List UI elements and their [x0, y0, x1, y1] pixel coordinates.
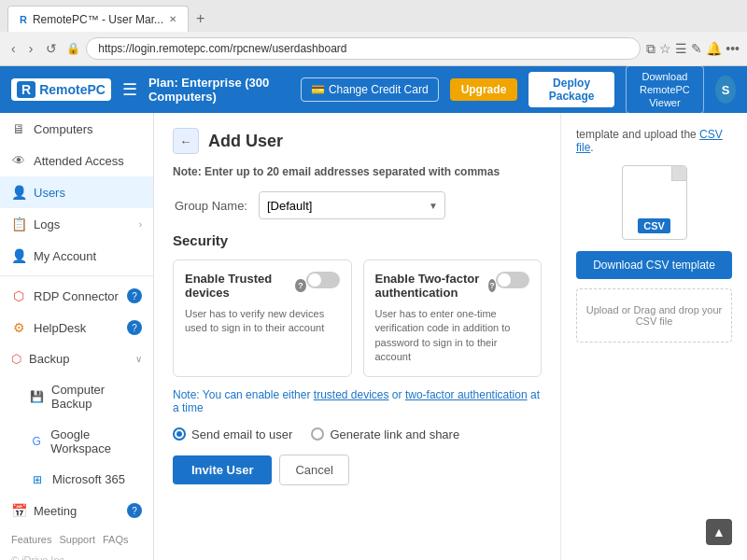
two-factor-toggle[interactable]	[496, 272, 529, 288]
sidebar-item-computer-backup[interactable]: 💾 Computer Backup	[0, 374, 153, 419]
two-factor-header: Enable Two-factor authentication ?	[375, 272, 530, 300]
sidebar-label-users: Users	[34, 186, 65, 200]
more-icon: •••	[726, 41, 740, 57]
radio-generate-link[interactable]: Generate link and share	[311, 427, 459, 441]
logo-letter: R	[17, 81, 35, 98]
deploy-package-btn[interactable]: Deploy Package	[529, 72, 614, 107]
sidebar-label-attended-access: Attended Access	[34, 154, 124, 168]
backup-icon: ⬡	[11, 352, 21, 366]
meeting-help-icon[interactable]: ?	[127, 503, 142, 518]
download-viewer-btn[interactable]: Download RemotePC Viewer	[626, 65, 704, 115]
sidebar-label-rdp: RDP Connector	[34, 289, 119, 303]
footer-features[interactable]: Features	[11, 534, 51, 545]
helpdesk-icon: ⚙	[11, 320, 26, 335]
trusted-devices-link[interactable]: trusted devices	[314, 388, 389, 401]
upgrade-btn[interactable]: Upgrade	[450, 78, 518, 101]
plan-label: Plan: Enterprise (300 Computers)	[148, 76, 289, 104]
change-credit-card-btn[interactable]: 💳 Change Credit Card	[301, 77, 439, 102]
security-note: Note: You can enable either trusted devi…	[173, 388, 542, 414]
sidebar-label-google-workspace: Google Workspace	[50, 427, 142, 455]
note-text: Note: Enter up to 20 email addresses sep…	[173, 165, 542, 178]
logs-arrow: ›	[139, 219, 142, 230]
sidebar-item-computers[interactable]: 🖥 Computers	[0, 113, 153, 145]
two-factor-desc: User has to enter one-time verification …	[375, 307, 530, 365]
footer-faqs[interactable]: FAQs	[103, 534, 129, 545]
active-tab[interactable]: R RemotePC™ - User Mar... ✕	[7, 6, 189, 32]
invite-user-btn[interactable]: Invite User	[173, 455, 272, 484]
sidebar-item-my-account[interactable]: 👤 My Account	[0, 240, 153, 272]
radio-send-email-dot	[173, 427, 186, 441]
sidebar-item-helpdesk[interactable]: ⚙ HelpDesk ?	[0, 312, 153, 343]
csv-icon: CSV	[622, 165, 687, 240]
sidebar: 🖥 Computers 👁 Attended Access 👤 Users 📋 …	[0, 113, 154, 560]
credit-card-icon: 💳	[311, 83, 325, 96]
upload-area[interactable]: Upload or Drag and drop your CSV file	[576, 288, 732, 343]
group-select-wrapper: [Default] ▼	[259, 191, 445, 219]
app-body: 🖥 Computers 👁 Attended Access 👤 Users 📋 …	[0, 113, 747, 560]
lock-icon: 🔒	[66, 42, 80, 55]
group-name-row: Group Name: [Default] ▼	[173, 191, 542, 219]
csv-label: CSV	[638, 218, 670, 233]
sidebar-item-logs[interactable]: 📋 Logs ›	[0, 208, 153, 240]
users-icon: 👤	[11, 185, 26, 200]
page-title: Add User	[208, 132, 283, 151]
trusted-devices-toggle-knob	[308, 273, 321, 287]
sidebar-item-microsoft-365[interactable]: ⊞ Microsoft 365	[0, 464, 153, 495]
radio-group: Send email to user Generate link and sha…	[173, 427, 542, 441]
computer-backup-icon: 💾	[30, 390, 44, 403]
two-factor-info-icon[interactable]: ?	[488, 279, 496, 292]
trusted-devices-card: Enable Trusted devices ? User has to ver…	[173, 259, 352, 377]
sidebar-label-helpdesk: HelpDesk	[34, 321, 86, 335]
google-workspace-icon: G	[30, 435, 43, 448]
address-bar: ‹ › ↺ 🔒 ⧉ ☆ ☰ ✎ 🔔 •••	[0, 32, 747, 65]
two-factor-title: Enable Two-factor authentication ?	[375, 272, 497, 300]
computer-icon: 🖥	[11, 121, 26, 136]
new-tab-btn[interactable]: +	[189, 7, 212, 30]
two-factor-link[interactable]: two-factor authentication	[405, 388, 528, 401]
menu-icon: ☰	[675, 41, 687, 57]
cancel-btn[interactable]: Cancel	[279, 455, 348, 485]
back-button[interactable]: ←	[173, 128, 199, 154]
sidebar-item-backup[interactable]: ⬡ Backup ∨	[0, 343, 153, 374]
download-line2: RemotePC Viewer	[634, 83, 696, 110]
sidebar-label-microsoft-365: Microsoft 365	[52, 472, 125, 486]
security-note-prefix: Note: You can enable either	[173, 388, 310, 401]
radio-send-email-label: Send email to user	[191, 427, 292, 441]
browser-chrome: R RemotePC™ - User Mar... ✕ + ‹ › ↺ 🔒 ⧉ …	[0, 0, 747, 66]
download-csv-btn[interactable]: Download CSV template	[576, 251, 732, 279]
sidebar-item-users[interactable]: 👤 Users	[0, 176, 153, 208]
group-select[interactable]: [Default]	[259, 191, 445, 219]
trusted-devices-info-icon[interactable]: ?	[295, 279, 305, 292]
sidebar-item-google-workspace[interactable]: G Google Workspace	[0, 419, 153, 464]
forward-nav-btn[interactable]: ›	[25, 39, 37, 58]
main-content: ← Add User Note: Enter up to 20 email ad…	[154, 113, 560, 560]
refresh-btn[interactable]: ↺	[42, 39, 61, 58]
favicon: R	[20, 14, 27, 25]
note-prefix: Note:	[173, 165, 202, 178]
attended-access-icon: 👁	[11, 153, 26, 168]
footer-support[interactable]: Support	[59, 534, 95, 545]
page-header: ← Add User	[173, 128, 542, 154]
back-nav-btn[interactable]: ‹	[7, 39, 20, 58]
user-avatar[interactable]: S	[715, 76, 736, 104]
rdp-help-icon[interactable]: ?	[127, 288, 142, 303]
sidebar-item-meeting[interactable]: 📅 Meeting ?	[0, 495, 153, 526]
download-line1: Download	[634, 70, 696, 83]
trusted-devices-desc: User has to verify new devices used to s…	[185, 307, 340, 336]
helpdesk-help-icon[interactable]: ?	[127, 320, 142, 335]
security-grid: Enable Trusted devices ? User has to ver…	[173, 259, 542, 377]
trusted-devices-toggle[interactable]	[306, 272, 340, 288]
sidebar-label-meeting: Meeting	[34, 504, 77, 518]
address-input[interactable]	[86, 37, 641, 60]
security-section-title: Security	[173, 232, 542, 248]
hamburger-menu[interactable]: ☰	[122, 79, 137, 100]
sidebar-item-rdp-connector[interactable]: ⬡ RDP Connector ?	[0, 280, 153, 312]
scroll-top-btn[interactable]: ▲	[706, 519, 732, 545]
sidebar-divider-1	[0, 275, 153, 276]
sidebar-item-attended-access[interactable]: 👁 Attended Access	[0, 145, 153, 176]
account-icon: 👤	[11, 248, 26, 263]
logo-area: R RemotePC	[11, 78, 111, 101]
tab-close-btn[interactable]: ✕	[169, 14, 176, 24]
note-body: Enter up to 20 email addresses separated…	[204, 165, 500, 178]
radio-send-email[interactable]: Send email to user	[173, 427, 292, 441]
